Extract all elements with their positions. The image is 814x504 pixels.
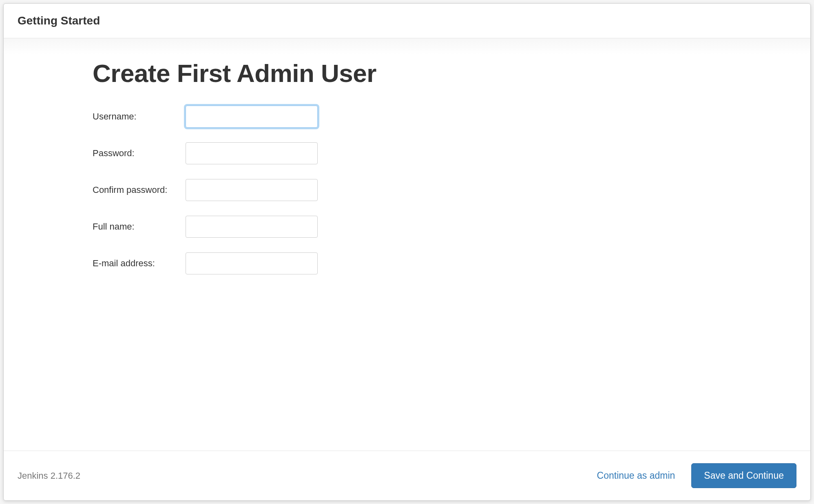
page-title: Create First Admin User xyxy=(93,59,721,88)
modal-content: Create First Admin User Username: Passwo… xyxy=(4,38,810,451)
full-name-input[interactable] xyxy=(186,216,318,238)
version-text: Jenkins 2.176.2 xyxy=(18,471,80,481)
email-input[interactable] xyxy=(186,252,318,274)
form-row-full-name: Full name: xyxy=(93,216,721,238)
form-row-password: Password: xyxy=(93,142,721,164)
confirm-password-input[interactable] xyxy=(186,179,318,201)
username-label: Username: xyxy=(93,111,186,122)
full-name-label: Full name: xyxy=(93,221,186,232)
footer-actions: Continue as admin Save and Continue xyxy=(597,463,796,488)
password-label: Password: xyxy=(93,148,186,159)
email-label: E-mail address: xyxy=(93,258,186,269)
continue-as-admin-link[interactable]: Continue as admin xyxy=(597,470,675,481)
form-row-email: E-mail address: xyxy=(93,252,721,274)
username-input[interactable] xyxy=(186,106,318,128)
password-input[interactable] xyxy=(186,142,318,164)
modal-header: Getting Started xyxy=(4,4,810,38)
confirm-password-label: Confirm password: xyxy=(93,185,186,195)
save-and-continue-button[interactable]: Save and Continue xyxy=(691,463,796,488)
header-title: Getting Started xyxy=(18,14,796,27)
setup-wizard-modal: Getting Started Create First Admin User … xyxy=(3,3,811,501)
form-row-confirm-password: Confirm password: xyxy=(93,179,721,201)
form-row-username: Username: xyxy=(93,106,721,128)
modal-footer: Jenkins 2.176.2 Continue as admin Save a… xyxy=(4,451,810,500)
